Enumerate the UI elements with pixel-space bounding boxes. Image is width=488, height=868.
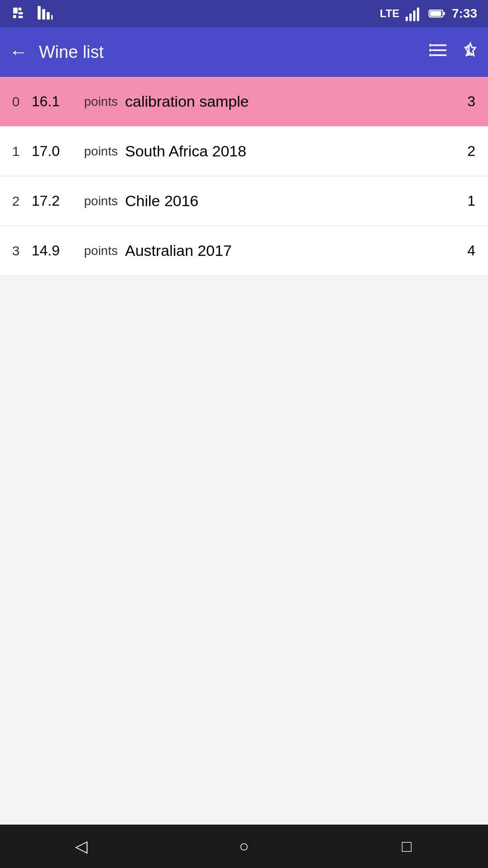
wine-item-name: Chile 2016 (125, 192, 467, 210)
wine-list-item[interactable]: 0 16.1 points calibration sample 3 (0, 77, 488, 127)
svg-rect-5 (38, 6, 41, 19)
wine-item-name: Australian 2017 (125, 242, 467, 259)
svg-point-21 (429, 54, 432, 57)
svg-rect-1 (13, 15, 16, 18)
wine-item-score: 16.1 (32, 93, 77, 110)
svg-rect-10 (409, 14, 412, 21)
wine-list-item[interactable]: 2 17.2 points Chile 2016 1 (0, 176, 488, 226)
wine-item-points-label: points (84, 144, 118, 159)
lte-icon: LTE (380, 7, 399, 20)
wine-item-index: 2 (0, 193, 32, 209)
status-bar-left (11, 5, 54, 23)
wine-item-rank: 4 (467, 242, 488, 259)
svg-rect-12 (417, 8, 419, 21)
svg-point-19 (429, 44, 432, 47)
svg-rect-17 (432, 49, 447, 51)
list-icon (429, 40, 449, 60)
status-time: 7:33 (452, 6, 477, 21)
svg-rect-4 (19, 16, 23, 18)
wine-item-index: 1 (0, 144, 32, 159)
svg-rect-0 (13, 8, 18, 14)
nav-back-button[interactable]: ◁ (63, 828, 99, 864)
wine-item-name: South Africa 2018 (125, 142, 467, 160)
wine-item-rank: 1 (467, 193, 488, 209)
svg-rect-11 (413, 10, 415, 21)
wine-item-points-label: points (84, 244, 118, 258)
svg-text:1: 1 (464, 41, 473, 58)
svg-rect-6 (42, 9, 45, 19)
status-bar-right: LTE 7:33 (380, 5, 477, 23)
back-button[interactable]: ← (9, 42, 28, 61)
app-header: ← Wine list 1 (0, 27, 488, 77)
wine-item-index: 0 (0, 94, 32, 109)
signal-icon (405, 5, 423, 23)
sort-star-button[interactable]: 1 (458, 40, 479, 65)
wine-item-rank: 2 (467, 143, 488, 160)
wine-item-points-label: points (84, 194, 118, 208)
nav-home-button[interactable]: ○ (226, 828, 262, 864)
header-actions: 1 (429, 40, 479, 65)
wine-list-item[interactable]: 1 17.0 points South Africa 2018 2 (0, 127, 488, 176)
wine-item-index: 3 (0, 243, 32, 259)
wine-list: 0 16.1 points calibration sample 3 1 17.… (0, 77, 488, 276)
svg-rect-18 (432, 54, 447, 56)
bottom-navigation: ◁ ○ □ (0, 825, 488, 868)
notification-icon (11, 5, 29, 23)
svg-rect-3 (19, 12, 23, 14)
wine-item-score: 17.2 (32, 193, 77, 209)
status-bar: LTE 7:33 (0, 0, 488, 27)
svg-rect-2 (19, 8, 22, 11)
nav-recents-button[interactable]: □ (389, 828, 425, 864)
star-icon: 1 (458, 40, 479, 61)
page-title: Wine list (39, 42, 429, 62)
wine-item-points-label: points (84, 94, 118, 109)
wifi-icon (36, 5, 54, 23)
wine-item-rank: 3 (467, 93, 488, 110)
svg-rect-15 (430, 11, 441, 16)
svg-rect-7 (47, 12, 50, 20)
battery-icon (428, 5, 446, 23)
list-icon-button[interactable] (429, 40, 449, 64)
wine-item-score: 17.0 (32, 143, 77, 160)
svg-rect-9 (406, 17, 408, 21)
wine-item-score: 14.9 (32, 242, 77, 259)
wine-item-name: calibration sample (125, 93, 467, 110)
svg-rect-8 (51, 15, 52, 19)
svg-rect-16 (432, 44, 447, 46)
svg-rect-14 (443, 12, 445, 15)
svg-point-20 (429, 49, 432, 52)
wine-list-item[interactable]: 3 14.9 points Australian 2017 4 (0, 226, 488, 276)
